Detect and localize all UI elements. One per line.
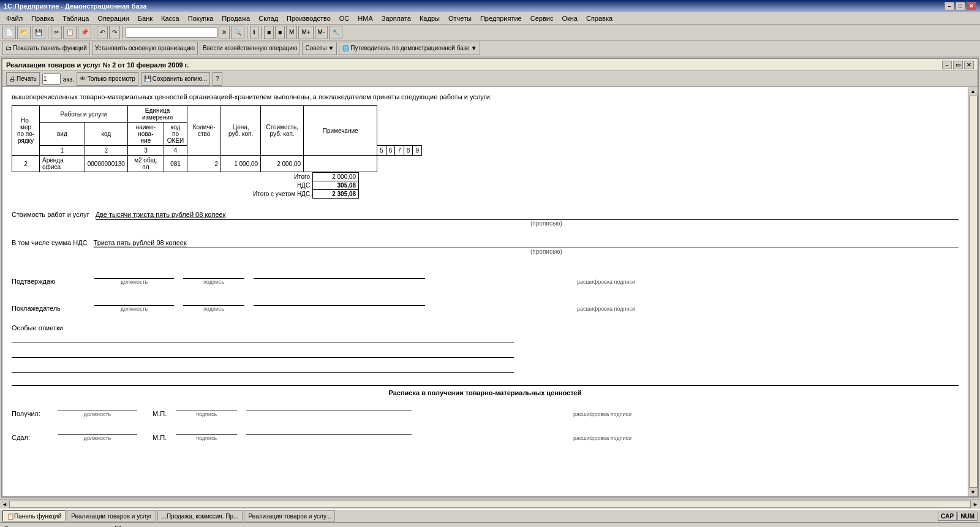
status-bar: Для получения подсказки нажмите F1 (0, 522, 980, 527)
menu-file[interactable]: Файл (2, 13, 26, 23)
taskbar-realiz2-btn[interactable]: Реализация товаров и услу... (244, 510, 335, 521)
col-header-works: Работы и услуги (40, 106, 128, 123)
scroll-up-btn[interactable]: ▲ (969, 87, 977, 96)
menu-purchase[interactable]: Покупка (184, 13, 217, 23)
scroll-right-btn[interactable]: ► (971, 501, 980, 507)
menu-windows[interactable]: Окна (558, 13, 581, 23)
main-toolbar: 📄 📂 💾 ✂ 📋 📌 ↶ ↷ ✕ 🔍 ℹ ■ ■ M M+ M- 🔧 (0, 25, 980, 40)
col-num-4: 4 (164, 146, 187, 156)
taskbar: 📋 Панель функций Реализации товаров и ус… (0, 509, 980, 522)
doc-restore-btn[interactable]: ▭ (953, 61, 963, 69)
special-notes-section: Особые отметки (12, 324, 959, 373)
copy-btn[interactable]: 📋 (63, 26, 77, 39)
taskbar-prodazha-btn[interactable]: ...Продажа, комиссия. Пр... (157, 510, 243, 521)
menu-nma[interactable]: НМА (354, 13, 376, 23)
search-input[interactable] (126, 27, 217, 38)
menu-sales[interactable]: Продажа (218, 13, 254, 23)
save-copy-btn[interactable]: 💾 Сохранить копию... (141, 72, 210, 86)
tb-btn6[interactable]: 🔧 (329, 26, 342, 39)
menu-reports[interactable]: Отчеты (445, 13, 475, 23)
doc-minimize-btn[interactable]: – (942, 61, 952, 69)
menu-production[interactable]: Производство (283, 13, 334, 23)
col-header-kod: код (85, 123, 127, 146)
poluchil-label: Получил: (12, 410, 48, 417)
receipt-section: Расписка в получении товарно-материальны… (12, 385, 959, 441)
scroll-down-btn[interactable]: ▼ (969, 488, 977, 496)
col-num-6: 6 (386, 146, 395, 156)
enter-operation-btn[interactable]: Ввести хозяйственную операцию (200, 42, 300, 55)
row-price: 1 000,00 (221, 156, 261, 172)
undo-btn[interactable]: ↶ (97, 26, 108, 39)
tb-btn2[interactable]: ■ (275, 26, 285, 39)
menu-service[interactable]: Сервис (527, 13, 557, 23)
special-notes-label: Особые отметки (12, 324, 63, 332)
scrollbar-right[interactable]: ▲ ▼ (968, 87, 978, 496)
cut-btn[interactable]: ✂ (51, 26, 62, 39)
itogo-nds-value: 2 305,08 (313, 190, 359, 199)
maximize-btn[interactable]: □ (956, 2, 965, 10)
tips-btn[interactable]: Советы ▼ (302, 42, 337, 55)
menu-warehouse[interactable]: Склад (255, 13, 282, 23)
view-only-btn[interactable]: 👁 Только просмотр (77, 72, 138, 86)
nds-propisyu: (прописью) (134, 248, 959, 255)
tb-btn5[interactable]: M- (315, 26, 328, 39)
paste-btn[interactable]: 📌 (78, 26, 91, 39)
info-btn[interactable]: ℹ (250, 26, 258, 39)
minimize-btn[interactable]: – (944, 2, 954, 10)
nds-text-value: Триста пять рублей 08 копеек (94, 239, 187, 246)
row-naim: м2 общ. пл (127, 156, 164, 172)
toolbar2: 🗂 Показать панель функций Установить осн… (0, 40, 980, 56)
menu-os[interactable]: ОС (336, 13, 353, 23)
services-table: Но-мерпо по-рядку Работы и услуги Единиц… (12, 105, 422, 172)
tb-btn4[interactable]: M+ (298, 26, 313, 39)
col-header-vid: вид (40, 123, 85, 146)
search-clear-btn[interactable]: ✕ (219, 26, 230, 39)
col-header-note: Примечание (304, 106, 377, 156)
set-org-btn[interactable]: Установить основную организацию (92, 42, 198, 55)
panel-functions-btn[interactable]: 🗂 Показать панель функций (2, 42, 90, 55)
title-bar: 1С:Предприятие - Демонстрационная база –… (0, 0, 980, 12)
itogo-nds-label: Итого с учетом НДС (251, 190, 313, 199)
scroll-left-btn[interactable]: ◄ (0, 501, 9, 507)
close-btn[interactable]: ✕ (967, 2, 976, 10)
menu-table[interactable]: Таблица (59, 13, 92, 23)
menu-salary[interactable]: Зарплата (378, 13, 415, 23)
search-btn[interactable]: 🔍 (231, 26, 244, 39)
menu-help[interactable]: Справка (582, 13, 616, 23)
view-icon: 👁 (80, 75, 86, 82)
menu-bank[interactable]: Банк (134, 13, 156, 23)
menu-kassa[interactable]: Касса (157, 13, 183, 23)
nds-section: В том числе сумма НДС Триста пять рублей… (12, 239, 959, 248)
itogo-value: 2 000,00 (313, 173, 359, 181)
tb-btn3[interactable]: M (286, 26, 297, 39)
sig-poklajedatel-row: Поклажедатель должность подпись расшифро… (12, 297, 959, 312)
menu-bar: Файл Правка Таблица Операции Банк Касса … (0, 12, 980, 25)
menu-edit[interactable]: Правка (28, 13, 58, 23)
tb-btn1[interactable]: ■ (264, 26, 274, 39)
save-icon: 💾 (144, 75, 151, 82)
menu-enterprise[interactable]: Предприятие (477, 13, 526, 23)
new-btn[interactable]: 📄 (2, 26, 16, 39)
cap-indicator: CAP (938, 512, 957, 521)
taskbar-panel-btn[interactable]: 📋 Панель функций (2, 510, 66, 521)
menu-operations[interactable]: Операции (94, 13, 132, 23)
panel-icon: 🗂 (6, 45, 12, 51)
help-btn[interactable]: ? (213, 72, 222, 86)
save-btn[interactable]: 💾 (32, 26, 45, 39)
col-header-units: Единицаизмерения (127, 106, 187, 123)
taskbar-realiz-btn[interactable]: Реализации товаров и услуг (67, 510, 156, 521)
nds-value: 305,08 (313, 181, 359, 190)
guide-btn[interactable]: 🌐 Путеводитель по демонстрационной базе … (339, 42, 480, 55)
print-count-input[interactable] (42, 74, 61, 85)
status-right: CAP NUM (938, 512, 978, 521)
mp-label-2: М.П. (153, 434, 167, 441)
sig-podtverzhdayu-label: Подтверждаю (12, 278, 85, 285)
menu-hr[interactable]: Кадры (416, 13, 443, 23)
col-header-okei: код поОКЕИ (164, 123, 187, 146)
open-btn[interactable]: 📂 (17, 26, 31, 39)
print-btn[interactable]: 🖨 Печать (6, 72, 40, 86)
redo-btn[interactable]: ↷ (109, 26, 120, 39)
itogo-label: Итого (251, 173, 313, 181)
col-header-amount: Стоимость,руб. коп. (261, 106, 304, 156)
doc-close-btn[interactable]: ✕ (964, 61, 974, 69)
